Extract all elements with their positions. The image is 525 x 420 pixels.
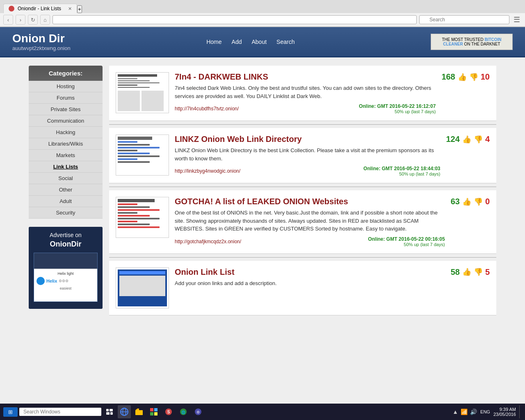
sidebar-item-social[interactable]: Social — [29, 173, 103, 184]
divider-2 — [109, 187, 496, 187]
listing-url-2[interactable]: http://linkzbyg4nwodgic.onion/ — [175, 168, 240, 174]
thumbs-down-icon-3[interactable]: 👎 — [474, 197, 483, 206]
vote-count-down-2: 4 — [485, 135, 490, 144]
ad-text2: ON THE DARKNET — [464, 42, 500, 46]
listing-info-3: GOTCHA! A list of LEAKED ONION Websites … — [175, 197, 445, 247]
browser-chrome: Oniondir - Link Lists ✕ + ‹ › ↻ ⌂ auutwv… — [0, 0, 525, 27]
thumbs-up-icon-4[interactable]: 👍 — [462, 267, 471, 276]
nav-add[interactable]: Add — [232, 39, 242, 45]
listing-votes-2: 124 👍 👎 4 — [446, 135, 490, 144]
listing-desc-3: One of the best list of ONIONS in the ne… — [175, 209, 445, 233]
address-input[interactable]: auutwvpt2zktxwng.onion/?cat=8 — [52, 15, 417, 24]
nav-search[interactable]: Search — [276, 39, 294, 45]
thumbs-down-icon-4[interactable]: 👎 — [474, 267, 483, 276]
listing-item: 7In4 - DARKWEB LINKS 7in4 selected Dark … — [109, 66, 496, 121]
nav-home[interactable]: Home — [206, 39, 221, 45]
taskbar-browser-icon[interactable] — [118, 405, 131, 406]
listing-header-3: GOTCHA! A list of LEAKED ONION Websites … — [116, 197, 490, 247]
taskbar-security-icon[interactable]: S — [162, 405, 175, 406]
sidebar-item-adult[interactable]: Adult — [29, 196, 103, 207]
page-content: Onion Dir auutwvpt2zktxwng.onion Home Ad… — [0, 27, 525, 406]
sidebar-item-markets[interactable]: Markets — [29, 150, 103, 161]
divider-1 — [109, 124, 496, 125]
ad-text1: THE MOST TRUSTED — [442, 37, 483, 42]
main-content: Categories: Hosting Forums Private Sites… — [21, 57, 504, 325]
browser-search-input[interactable] — [419, 15, 509, 24]
divider-3 — [109, 257, 496, 258]
sidebar-item-hacking[interactable]: Hacking — [29, 127, 103, 138]
sidebar-item-private-sites[interactable]: Private Sites — [29, 104, 103, 115]
taskbar-app-icon[interactable]: ⚙ — [192, 405, 205, 406]
vote-count-up-3: 63 — [451, 197, 460, 206]
listing-url-1[interactable]: http://7ln4cubdfhs7tvtz.onion/ — [175, 106, 239, 112]
sidebar-ad-image: Helix light Helix ⚙⚙⚙ easiest — [34, 253, 98, 302]
sidebar-item-forums[interactable]: Forums — [29, 92, 103, 104]
thumbs-up-icon-2[interactable]: 👍 — [462, 135, 471, 144]
taskbar-files-icon[interactable] — [132, 405, 146, 406]
thumbs-down-icon-2[interactable]: 👎 — [474, 135, 483, 144]
back-button[interactable]: ‹ — [3, 15, 13, 25]
thumbs-down-icon-1[interactable]: 👎 — [469, 73, 478, 82]
show-desktop-button[interactable] — [519, 405, 522, 406]
listing-status-3: Online: GMT 2016-05-22 00:16:05 50% up (… — [368, 236, 445, 247]
close-tab-button[interactable]: ✕ — [68, 6, 72, 11]
home-button[interactable]: ⌂ — [40, 15, 50, 25]
listing-url-3[interactable]: http://gotchafjkmcqdz2x.onion/ — [175, 239, 241, 244]
listing-footer-2: http://linkzbyg4nwodgic.onion/ Online: G… — [175, 166, 441, 176]
listing-title-1[interactable]: 7In4 - DARKWEB LINKS — [175, 72, 436, 82]
address-bar: ‹ › ↻ ⌂ auutwvpt2zktxwng.onion/?cat=8 🔍 … — [0, 13, 525, 27]
listing-votes-3: 63 👍 👎 0 — [451, 197, 490, 206]
taskbar-taskview[interactable] — [103, 405, 116, 406]
sidebar-item-hosting[interactable]: Hosting — [29, 81, 103, 92]
listing-thumb-2 — [116, 135, 169, 176]
listing-item-4: Onion Link List Add your onion links and… — [109, 261, 496, 315]
listing-title-2[interactable]: LINKZ Onion Web Link Directory — [175, 135, 441, 144]
listing-votes-1: 168 👍 👎 10 — [441, 72, 490, 82]
listing-header-2: LINKZ Onion Web Link Directory LINKZ Oni… — [116, 135, 490, 176]
categories-title: Categories: — [29, 66, 103, 81]
header-ad-banner: THE MOST TRUSTED BITCOIN CLEANER ON THE … — [431, 34, 513, 50]
listing-title-3[interactable]: GOTCHA! A list of LEAKED ONION Websites — [175, 197, 445, 206]
thumbs-up-icon-1[interactable]: 👍 — [458, 73, 467, 82]
new-tab-button[interactable]: + — [77, 5, 82, 13]
forward-button[interactable]: › — [16, 15, 25, 25]
active-tab[interactable]: Oniondir - Link Lists ✕ — [3, 4, 77, 13]
sidebar-item-security[interactable]: Security — [29, 207, 103, 219]
vote-count-up-1: 168 — [441, 72, 455, 82]
nav-about[interactable]: About — [251, 39, 267, 45]
listing-info-4: Onion Link List Add your onion links and… — [175, 267, 445, 291]
taskbar-globe-icon[interactable]: 🌐 — [177, 405, 190, 406]
listing-info-1: 7In4 - DARKWEB LINKS 7in4 selected Dark … — [175, 72, 436, 114]
vote-count-down-3: 0 — [485, 197, 490, 206]
site-title-area: Onion Dir auutwvpt2zktxwng.onion — [12, 32, 71, 51]
listing-footer-3: http://gotchafjkmcqdz2x.onion/ Online: G… — [175, 236, 445, 247]
sidebar-item-link-lists[interactable]: Link Lists — [29, 161, 103, 173]
site-url: auutwvpt2zktxwng.onion — [12, 45, 71, 51]
vote-count-down-1: 10 — [481, 72, 490, 82]
sidebar: Categories: Hosting Forums Private Sites… — [29, 66, 103, 317]
thumbs-up-icon-3[interactable]: 👍 — [462, 197, 471, 206]
site-nav: Home Add About Search — [206, 39, 294, 45]
sidebar-item-communication[interactable]: Communication — [29, 115, 103, 127]
listing-online-1: Online: GMT 2016-05-22 16:12:07 — [359, 103, 436, 109]
vote-count-up-2: 124 — [446, 135, 460, 144]
listing-uptime-1: 50% up (last 7 days) — [359, 109, 436, 114]
listing-info-2: LINKZ Onion Web Link Directory LINKZ Oni… — [175, 135, 441, 176]
listing-desc-1: 7in4 selected Dark Web Links. Only the b… — [175, 84, 436, 100]
listing-item-2: LINKZ Onion Web Link Directory LINKZ Oni… — [109, 128, 496, 183]
listing-status-2: Online: GMT 2016-05-22 18:44:03 50% up (… — [363, 166, 440, 176]
browser-menu-button[interactable]: ☰ — [512, 15, 522, 24]
sidebar-item-other[interactable]: Other — [29, 184, 103, 196]
listing-header-4: Onion Link List Add your onion links and… — [116, 267, 490, 308]
listing-footer-1: http://7ln4cubdfhs7tvtz.onion/ Online: G… — [175, 103, 436, 114]
vote-count-down-4: 5 — [485, 267, 490, 277]
browser-search-wrapper: 🔍 — [419, 15, 509, 24]
listing-online-2: Online: GMT 2016-05-22 18:44:03 — [363, 166, 440, 171]
listing-uptime-3: 50% up (last 7 days) — [368, 242, 445, 247]
refresh-button[interactable]: ↻ — [28, 15, 38, 25]
listing-desc-2: LINKZ Onion Web Link Directory is the be… — [175, 146, 441, 162]
taskbar-store-icon[interactable] — [147, 405, 160, 406]
listing-votes-4: 58 👍 👎 5 — [451, 267, 490, 277]
sidebar-item-libraries[interactable]: Libraries/Wikis — [29, 138, 103, 150]
listing-title-4[interactable]: Onion Link List — [175, 267, 445, 277]
